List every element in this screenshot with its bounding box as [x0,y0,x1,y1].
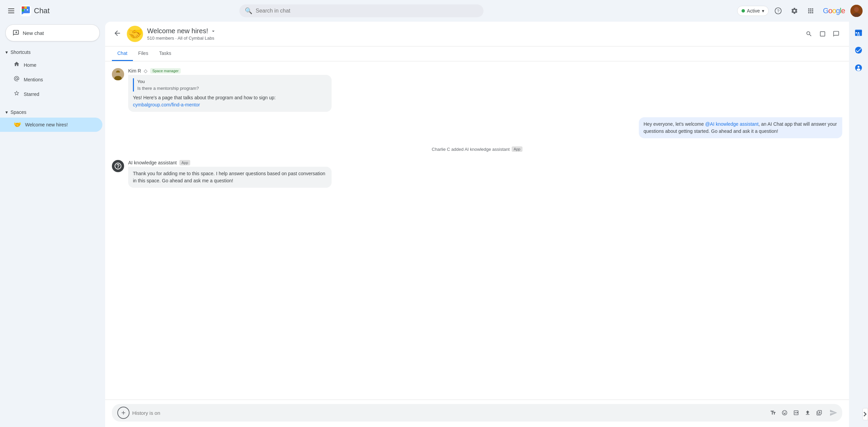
svg-text:31: 31 [857,33,860,36]
quoted-you-label: You [137,78,327,85]
chat-header: 🤝 Welcome new hires! 510 members · All o… [105,22,849,46]
avatar-icon [850,5,863,17]
kim-message-bubble: You Is there a mentorship program? Yes! … [128,75,332,112]
tab-chat[interactable]: Chat [112,46,133,61]
plus-icon [120,410,126,416]
sidebar-item-starred[interactable]: Starred [0,87,102,101]
quoted-message: You Is there a mentorship program? [133,78,327,92]
input-actions [768,407,825,418]
chat-tabs: Chat Files Tasks [105,46,849,61]
space-name: Welcome new hires! [25,122,68,127]
settings-button[interactable] [788,4,801,18]
menu-button[interactable] [5,6,17,16]
tab-tasks[interactable]: Tasks [154,46,177,61]
status-dot [742,9,745,13]
send-button[interactable] [827,407,840,419]
topbar-right: Active ▾ ? Google [737,4,863,18]
apps-icon [807,7,814,15]
chat-logo-svg [22,5,33,16]
sidebar: New chat ▾ Shortcuts Home Mentions Starr… [0,22,105,427]
video-call-button[interactable] [816,28,829,40]
chat-area: 🤝 Welcome new hires! 510 members · All o… [105,22,849,427]
home-icon [14,61,20,69]
emoji-icon [782,410,788,416]
chevron-down-icon: ▾ [5,49,8,55]
starred-label: Starred [24,92,39,97]
ai-message-content: AI knowledge assistant App Thank you for… [128,160,842,188]
ai-question-icon [114,162,122,170]
text-format-icon [770,410,776,416]
mentions-icon [14,76,20,83]
mentorship-link[interactable]: cymbalgroup.com/find-a-mentor [133,102,200,107]
chat-input[interactable] [132,410,765,416]
contacts-panel-button[interactable] [852,61,865,75]
search-bar: 🔍 [239,4,484,17]
thread-button[interactable] [830,28,842,40]
diamond-icon: ◇ [144,68,147,74]
back-button[interactable] [112,28,123,40]
chat-subtitle: 510 members · All of Cymbal Labs [147,36,799,41]
apps-button[interactable] [804,4,817,18]
help-icon: ? [774,7,782,15]
right-panel: 31 [849,22,868,427]
gif-button[interactable] [791,407,802,418]
kim-message-content: Kim R ◇ Space manager You Is there a men… [128,68,842,112]
kim-avatar [112,68,124,80]
quoted-text: Is there a mentorship program? [137,85,327,92]
member-count: 510 members [147,36,174,41]
system-message: Charlie C added AI knowledge assistant A… [112,144,842,155]
help-button[interactable]: ? [771,4,785,18]
sidebar-item-welcome-space[interactable]: 🤝 Welcome new hires! [0,118,102,132]
kim-sender-name: Kim R [128,68,141,74]
messages-area: Kim R ◇ Space manager You Is there a men… [105,61,849,400]
system-message-text: Charlie C added AI knowledge assistant [432,147,510,152]
user-avatar[interactable] [850,5,863,17]
add-attachment-button[interactable] [117,407,130,419]
gif-icon [793,410,799,416]
upload-icon [805,410,811,416]
calendar-panel-button[interactable]: 31 [852,26,865,39]
emoji-button[interactable] [779,407,790,418]
chevron-down-icon [210,28,216,34]
video-message-icon [816,410,822,416]
app-title: Chat [34,6,50,15]
ai-avatar [112,160,124,172]
gear-icon [791,7,798,15]
panel-collapse-button[interactable] [863,408,868,420]
message-group-kim: Kim R ◇ Space manager You Is there a men… [112,68,842,112]
spaces-label: Spaces [11,109,26,115]
shortcuts-section-header[interactable]: ▾ Shortcuts [0,47,105,58]
format-text-button[interactable] [768,407,778,418]
chat-title-text: Welcome new hires! [147,27,208,35]
topbar-left: Chat [5,5,111,16]
upload-button[interactable] [802,407,813,418]
video-message-button[interactable] [814,407,825,418]
chevron-down-icon-spaces: ▾ [5,109,8,115]
contacts-icon [855,64,862,72]
chat-title[interactable]: Welcome new hires! [147,27,799,35]
spaces-section-header[interactable]: ▾ Spaces [0,107,105,118]
new-chat-label: New chat [23,30,44,36]
ai-message-group: AI knowledge assistant App Thank you for… [112,160,842,188]
ai-sender-name: AI knowledge assistant [128,160,177,165]
status-button[interactable]: Active ▾ [737,6,769,16]
new-chat-button[interactable]: New chat [5,24,100,41]
kim-space-manager-badge: Space manager [150,68,181,74]
tasks-panel-button[interactable] [852,43,865,57]
video-icon [819,30,826,37]
svg-text:?: ? [777,8,779,14]
status-label: Active [747,8,760,14]
search-input[interactable] [256,8,478,14]
svg-rect-19 [855,31,862,32]
sidebar-item-mentions[interactable]: Mentions [0,72,102,87]
search-messages-button[interactable] [803,28,815,40]
app-badge: App [512,146,522,152]
search-icon: 🔍 [245,7,252,15]
thread-icon [833,30,840,37]
tab-files[interactable]: Files [133,46,154,61]
svg-rect-16 [115,73,121,75]
sidebar-item-home[interactable]: Home [0,58,102,72]
topbar: Chat 🔍 Active ▾ ? [0,0,868,22]
svg-point-23 [855,47,862,54]
svg-point-11 [854,7,859,12]
